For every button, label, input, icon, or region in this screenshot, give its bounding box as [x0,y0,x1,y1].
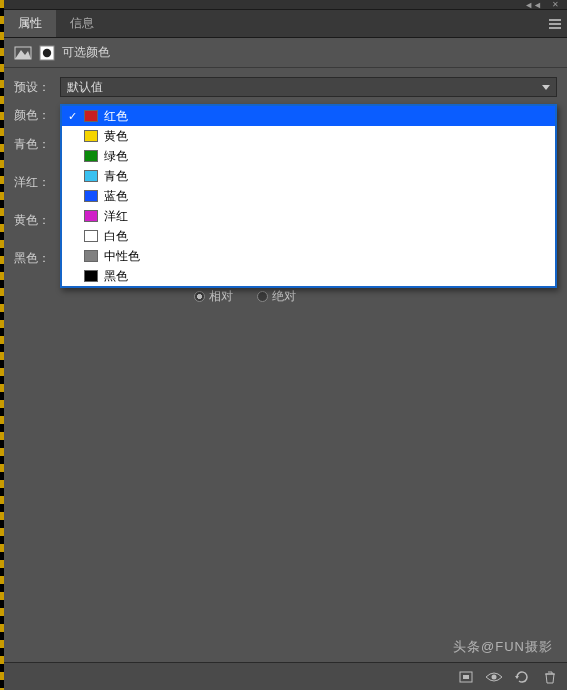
tab-bar: 属性 信息 [4,10,567,38]
mask-icon[interactable] [38,45,56,61]
option-swatch [84,250,98,262]
close-icon[interactable]: ✕ [552,0,559,9]
option-label: 青色 [104,168,128,185]
color-option-4[interactable]: 蓝色 [62,186,555,206]
black-label: 黑色： [14,250,54,267]
option-label: 绿色 [104,148,128,165]
panel-titlebar: ◄◄ ✕ [4,0,567,10]
color-label: 颜色： [14,107,54,124]
preset-select[interactable]: 默认值 [60,77,557,97]
option-label: 中性色 [104,248,140,265]
option-swatch [84,110,98,122]
magenta-label: 洋红： [14,174,54,191]
tab-info[interactable]: 信息 [56,10,108,37]
panel-footer [4,662,567,690]
reset-icon[interactable] [513,669,531,685]
method-row: 相对 绝对 [194,288,296,305]
color-option-5[interactable]: 洋红 [62,206,555,226]
selective-color-icon [14,45,32,61]
color-option-2[interactable]: 绿色 [62,146,555,166]
color-option-8[interactable]: 黑色 [62,266,555,286]
color-option-0[interactable]: ✓红色 [62,106,555,126]
preset-value: 默认值 [67,79,103,96]
visibility-icon[interactable] [485,669,503,685]
option-swatch [84,270,98,282]
relative-radio[interactable]: 相对 [194,288,233,305]
panel-menu-icon[interactable] [543,10,567,37]
cyan-label: 青色： [14,136,54,153]
panel-body: 预设： 默认值 颜色： 红色 青色： 洋红： 黄色： [4,68,567,662]
option-label: 白色 [104,228,128,245]
option-label: 洋红 [104,208,128,225]
preset-row: 预设： 默认值 [14,76,557,98]
clip-icon[interactable] [457,669,475,685]
color-option-1[interactable]: 黄色 [62,126,555,146]
option-swatch [84,190,98,202]
preset-label: 预设： [14,79,54,96]
svg-point-6 [492,674,497,679]
check-icon: ✓ [66,110,78,123]
color-option-3[interactable]: 青色 [62,166,555,186]
option-label: 黑色 [104,268,128,285]
svg-point-3 [43,48,51,56]
properties-panel: ◄◄ ✕ 属性 信息 可选颜色 预设： 默认值 [4,0,567,690]
collapse-icon[interactable]: ◄◄ [524,0,542,10]
option-swatch [84,210,98,222]
color-option-6[interactable]: 白色 [62,226,555,246]
yellow-label: 黄色： [14,212,54,229]
absolute-radio[interactable]: 绝对 [257,288,296,305]
option-label: 黄色 [104,128,128,145]
svg-rect-5 [463,675,469,679]
color-option-7[interactable]: 中性色 [62,246,555,266]
option-swatch [84,230,98,242]
tab-properties[interactable]: 属性 [4,10,56,37]
color-dropdown[interactable]: ✓红色黄色绿色青色蓝色洋红白色中性色黑色 [60,104,557,288]
delete-icon[interactable] [541,669,559,685]
adjustment-header: 可选颜色 [4,38,567,68]
option-swatch [84,170,98,182]
option-label: 红色 [104,108,128,125]
option-swatch [84,150,98,162]
option-swatch [84,130,98,142]
option-label: 蓝色 [104,188,128,205]
tab-bar-gap [108,10,543,37]
svg-marker-1 [15,50,31,59]
adjustment-title: 可选颜色 [62,44,110,61]
chevron-down-icon [542,85,550,90]
svg-marker-7 [515,676,519,679]
